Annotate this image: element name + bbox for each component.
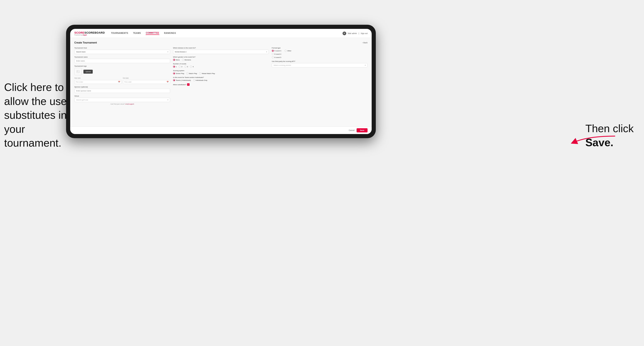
start-date-group: Start date Pick a date 📅	[74, 77, 122, 84]
allow-substitutes-checkbox[interactable]: ✓	[187, 83, 190, 86]
dropdown-chevron-icon: ▾	[168, 51, 168, 53]
tournament-host-group: Tournament Host Search team ▾	[74, 47, 170, 54]
upload-button[interactable]: Upload	[84, 70, 93, 74]
scoring-stroke-radio[interactable]	[173, 72, 175, 74]
svg-rect-0	[77, 70, 79, 73]
division-group: Which division is the event for? NCAA Di…	[173, 47, 269, 54]
format-type-radio-group: 5 count 4 Other 6 count 4	[272, 50, 368, 58]
rounds-2-radio[interactable]	[178, 66, 181, 68]
cancel-button[interactable]: Cancel	[349, 129, 354, 131]
rounds-1[interactable]: 1	[173, 66, 176, 68]
nav-user: B blair admin | Sign out	[342, 31, 368, 35]
tournament-host-label: Tournament Host	[74, 47, 170, 49]
gender-mens-radio[interactable]	[173, 59, 175, 61]
tablet-screen: SCORESCOREBOARD Powered by clippd TOURNA…	[70, 29, 372, 134]
sign-out-link[interactable]: Sign out	[361, 32, 368, 34]
dropdown-chevron-icon-3: ▾	[168, 99, 168, 101]
event-type-radio-group: Teams (+Individuals) Individuals Only	[173, 79, 269, 81]
scoring-match-label: Match Play	[189, 73, 197, 74]
nav-rankings[interactable]: RANKINGS	[164, 32, 176, 35]
allow-substitutes-label: Allow substitutes?	[173, 84, 186, 86]
scoring-stroke-play[interactable]: Stroke Play	[173, 72, 184, 74]
scoring-api-placeholder: Select a scoring service	[274, 64, 291, 66]
scoring-match-play[interactable]: Match Play	[186, 72, 197, 74]
format-6count4-radio[interactable]	[272, 53, 274, 55]
gender-label: Which gender is the event for?	[173, 56, 269, 58]
start-date-placeholder: Pick a date	[76, 81, 83, 83]
tournament-name-label: Tournament name	[74, 56, 170, 58]
tablet-device: SCORESCOREBOARD Powered by clippd TOURNA…	[66, 25, 376, 138]
back-link[interactable]: Back	[362, 42, 368, 44]
nav-tournaments[interactable]: TOURNAMENTS	[111, 32, 128, 35]
format-type-group: Format type 5 count 4 Other	[272, 47, 368, 58]
form-col-3: Format type 5 count 4 Other	[272, 47, 368, 105]
scoring-medal-match[interactable]: Medal Match Play	[199, 72, 215, 74]
rounds-4[interactable]: 4	[190, 66, 194, 68]
logo-placeholder	[74, 68, 82, 75]
end-date-label: End date	[123, 77, 170, 79]
rounds-3-radio[interactable]	[184, 66, 186, 68]
tournament-logo-group: Tournament logo Upload	[74, 65, 170, 75]
end-date-input[interactable]: Pick a date 📅	[123, 80, 170, 84]
format-type-label: Format type	[272, 47, 368, 49]
event-individuals-radio[interactable]	[193, 79, 195, 81]
scoring-system-group: Scoring system Stroke Play Match Play	[173, 70, 269, 74]
format-5count4[interactable]: 5 count 4	[272, 50, 281, 52]
sponsor-group: Sponsor (optional)	[74, 86, 170, 93]
venue-label: Venue	[74, 95, 170, 97]
scoring-match-radio[interactable]	[186, 72, 188, 74]
tournament-name-input[interactable]	[74, 59, 170, 63]
nav-committee[interactable]: COMMITTEE	[146, 32, 159, 35]
rounds-1-radio[interactable]	[173, 66, 175, 68]
event-teams[interactable]: Teams (+Individuals)	[173, 79, 191, 81]
sponsor-label: Sponsor (optional)	[74, 86, 170, 88]
division-label: Which division is the event for?	[173, 47, 269, 49]
tournament-host-select[interactable]: Search team ▾	[74, 50, 170, 54]
division-select[interactable]: NCAA Division I ▾	[173, 50, 269, 54]
form-col-1: Tournament Host Search team ▾ Tournament…	[74, 47, 170, 105]
start-date-input[interactable]: Pick a date 📅	[74, 80, 122, 84]
end-date-placeholder: Pick a date	[124, 81, 132, 83]
brand: SCORESCOREBOARD Powered by clippd	[74, 31, 105, 36]
gender-womens-radio[interactable]	[182, 59, 184, 61]
allow-substitutes-item[interactable]: Allow substitutes? ✓	[173, 83, 269, 86]
format-other[interactable]: Other	[284, 50, 291, 52]
allow-substitutes-group: Allow substitutes? ✓	[173, 83, 269, 86]
format-other-label: Other	[287, 50, 291, 52]
format-6count5-label: 6 count 5	[274, 56, 281, 58]
end-date-group: End date Pick a date 📅	[123, 77, 170, 84]
format-6count5[interactable]: 6 count 5	[272, 56, 281, 58]
brand-scoreboard: SCORESCOREBOARD	[74, 31, 105, 34]
event-teams-radio[interactable]	[173, 79, 175, 81]
gender-mens-label: Mens	[176, 59, 180, 61]
event-type-group: Is this event for Teams and/or Individua…	[173, 76, 269, 81]
rounds-3[interactable]: 3	[184, 66, 188, 68]
format-6count5-radio[interactable]	[272, 56, 274, 58]
event-teams-label: Teams (+Individuals)	[176, 79, 191, 81]
rounds-4-radio[interactable]	[190, 66, 192, 68]
event-type-label: Is this event for Teams and/or Individua…	[173, 76, 269, 78]
rounds-group: Number of rounds 1 2	[173, 63, 269, 68]
save-button[interactable]: Save	[356, 128, 368, 132]
rounds-label: Number of rounds	[173, 63, 269, 65]
gender-mens[interactable]: Mens	[173, 59, 180, 61]
logo-area: Upload	[74, 68, 170, 75]
arrow-right	[568, 132, 619, 144]
scoring-medal-radio[interactable]	[199, 72, 201, 74]
dropdown-chevron-icon-4: ▾	[266, 51, 267, 53]
email-support-link[interactable]: email support	[125, 103, 134, 105]
format-5count4-label: 5 count 4	[274, 50, 281, 52]
brand-powered: Powered by clippd	[74, 34, 105, 36]
format-6count4[interactable]: 6 count 4	[272, 53, 281, 55]
event-individuals[interactable]: Individuals Only	[193, 79, 207, 81]
nav-teams[interactable]: TEAMS	[133, 32, 141, 35]
gender-womens[interactable]: Womens	[182, 59, 191, 61]
scoring-api-select[interactable]: Select a scoring service ▾	[272, 63, 368, 67]
tournament-name-group: Tournament name	[74, 56, 170, 63]
format-other-radio[interactable]	[284, 50, 286, 52]
sponsor-input[interactable]	[74, 89, 170, 93]
rounds-2[interactable]: 2	[178, 66, 182, 68]
scoring-api-label: Use third-party live scoring API?	[272, 60, 368, 62]
venue-select[interactable]: Search golf club ▾	[74, 98, 170, 102]
format-5count4-radio[interactable]	[272, 50, 274, 52]
